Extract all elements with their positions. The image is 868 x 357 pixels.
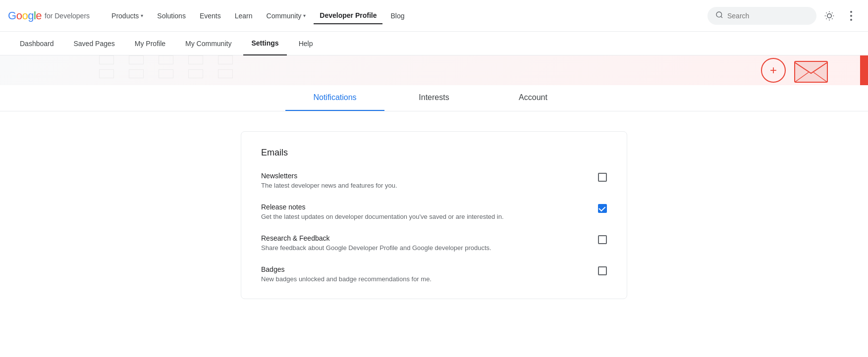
sub-nav-label: Dashboard	[20, 40, 54, 48]
email-option-description: Get the latest updates on developer docu…	[261, 213, 504, 220]
email-row-newsletters: Newsletters The latest developer news an…	[261, 172, 607, 189]
chevron-down-icon: ▾	[141, 13, 143, 18]
theme-toggle-button[interactable]	[820, 7, 838, 25]
email-option-name: Newsletters	[261, 172, 397, 180]
banner-grid-decoration	[99, 55, 233, 78]
nav-item-products[interactable]: Products ▾	[106, 8, 149, 24]
emails-card: Emails Newsletters The latest developer …	[241, 131, 627, 299]
search-input[interactable]	[727, 12, 809, 20]
email-row-release-notes: Release notes Get the latest updates on …	[261, 203, 607, 220]
nav-label-community: Community	[267, 12, 302, 20]
sub-navigation: Dashboard Saved Pages My Profile My Comm…	[0, 32, 868, 55]
nav-label-products: Products	[111, 12, 139, 20]
dot-icon	[850, 19, 852, 21]
email-option-description: New badges unlocked and badge recommenda…	[261, 275, 432, 283]
tab-notifications[interactable]: Notifications	[285, 85, 384, 111]
nav-label-blog: Blog	[390, 12, 404, 20]
sub-nav-label: My Profile	[135, 40, 165, 48]
svg-point-2	[827, 13, 831, 17]
sub-nav-label: Saved Pages	[74, 40, 115, 48]
sub-nav-label: My Community	[185, 40, 231, 48]
tab-label: Interests	[419, 93, 449, 102]
tab-interests[interactable]: Interests	[384, 85, 484, 111]
svg-line-10	[832, 12, 832, 13]
email-row-badges: Badges New badges unlocked and badge rec…	[261, 265, 607, 283]
top-navigation: Google for Developers Products ▾ Solutio…	[0, 0, 868, 32]
email-option-name: Research & Feedback	[261, 234, 491, 242]
nav-item-events[interactable]: Events	[194, 8, 227, 24]
nav-items: Products ▾ Solutions Events Learn Commun…	[106, 7, 707, 24]
tab-account[interactable]: Account	[484, 85, 583, 111]
dot-icon	[850, 15, 852, 17]
search-icon	[715, 11, 723, 21]
nav-item-solutions[interactable]: Solutions	[151, 8, 192, 24]
more-options-button[interactable]	[842, 7, 860, 25]
research-feedback-checkbox[interactable]	[598, 235, 607, 244]
email-option-name: Badges	[261, 265, 432, 273]
main-content: Emails Newsletters The latest developer …	[0, 111, 868, 319]
sub-nav-item-settings[interactable]: Settings	[243, 32, 286, 55]
sub-nav-item-saved-pages[interactable]: Saved Pages	[66, 32, 123, 55]
banner-decorations: +	[761, 55, 868, 85]
emails-section-title: Emails	[261, 148, 607, 158]
dot-icon	[850, 11, 852, 13]
sub-nav-item-dashboard[interactable]: Dashboard	[12, 32, 62, 55]
nav-right-controls	[707, 7, 860, 25]
svg-line-5	[826, 12, 827, 13]
email-option-description: The latest developer news and features f…	[261, 182, 397, 189]
svg-point-0	[716, 12, 722, 17]
settings-tabs: Notifications Interests Account	[0, 85, 868, 111]
tab-label: Account	[519, 93, 547, 102]
logo-tagline: for Developers	[45, 12, 90, 20]
nav-item-learn[interactable]: Learn	[229, 8, 259, 24]
chevron-down-icon: ▾	[303, 13, 306, 18]
badges-checkbox[interactable]	[598, 266, 607, 275]
nav-label-events: Events	[200, 12, 221, 20]
plus-circle-icon: +	[761, 58, 786, 83]
hero-banner: +	[0, 55, 868, 85]
tab-label: Notifications	[313, 93, 356, 102]
newsletters-checkbox[interactable]	[598, 173, 607, 182]
envelope-icon	[794, 57, 828, 83]
nav-label-solutions: Solutions	[157, 12, 186, 20]
email-option-description: Share feedback about Google Developer Pr…	[261, 244, 491, 252]
svg-line-6	[832, 18, 832, 19]
release-notes-checkbox[interactable]	[598, 204, 607, 213]
nav-item-developer-profile[interactable]: Developer Profile	[314, 7, 382, 24]
email-option-name: Release notes	[261, 203, 504, 211]
nav-item-blog[interactable]: Blog	[384, 8, 410, 24]
sub-nav-label: Help	[299, 40, 313, 48]
nav-item-community[interactable]: Community ▾	[261, 8, 312, 24]
email-row-research-feedback: Research & Feedback Share feedback about…	[261, 234, 607, 252]
svg-line-1	[721, 16, 722, 18]
search-box[interactable]	[707, 7, 816, 25]
sub-nav-item-help[interactable]: Help	[291, 32, 321, 55]
nav-label-learn: Learn	[235, 12, 253, 20]
svg-line-9	[826, 18, 827, 19]
sub-nav-label: Settings	[251, 39, 278, 47]
sub-nav-item-my-profile[interactable]: My Profile	[127, 32, 173, 55]
google-logo[interactable]: Google for Developers	[8, 9, 90, 22]
red-accent-stripe	[860, 55, 868, 85]
nav-label-developer-profile: Developer Profile	[320, 11, 377, 19]
sub-nav-item-my-community[interactable]: My Community	[177, 32, 239, 55]
